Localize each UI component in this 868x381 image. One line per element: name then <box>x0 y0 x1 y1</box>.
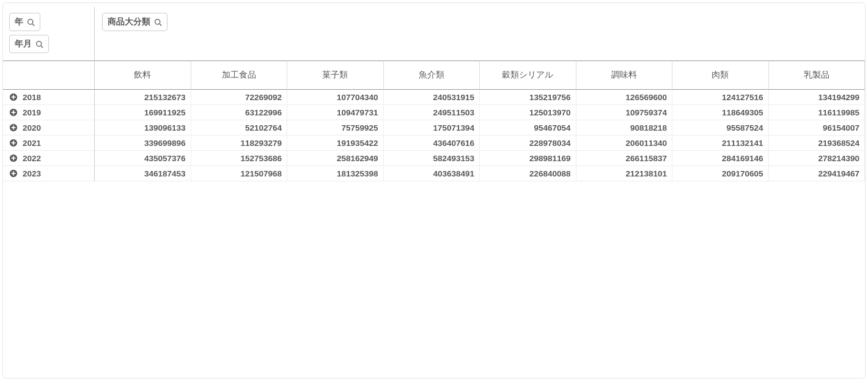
data-cell[interactable]: 435057376 <box>95 151 191 166</box>
data-cell[interactable]: 215132673 <box>95 90 191 105</box>
data-cell[interactable]: 211132141 <box>672 136 769 151</box>
data-cell[interactable]: 135219756 <box>480 90 576 105</box>
data-cell[interactable]: 125013970 <box>480 105 576 120</box>
header-corner <box>3 60 95 90</box>
row-header[interactable]: 2020 <box>3 120 95 136</box>
data-cell[interactable]: 284169146 <box>672 151 769 166</box>
row-dimension-zone: 年 年月 <box>3 7 95 60</box>
data-cell[interactable]: 228978034 <box>480 136 576 151</box>
search-icon <box>27 18 35 26</box>
row-header[interactable]: 2018 <box>3 90 95 105</box>
column-header[interactable]: 魚介類 <box>384 60 480 90</box>
column-header[interactable]: 菓子類 <box>287 60 384 90</box>
column-header[interactable]: 調味料 <box>576 60 673 90</box>
data-cell[interactable]: 118649305 <box>672 105 769 120</box>
expand-icon[interactable] <box>9 139 18 147</box>
data-cell[interactable]: 134194299 <box>769 90 866 105</box>
data-cell[interactable]: 116119985 <box>769 105 866 120</box>
data-cell[interactable]: 181325398 <box>287 166 384 181</box>
svg-point-2 <box>37 41 42 46</box>
data-cell[interactable]: 175071394 <box>384 120 480 136</box>
data-cell[interactable]: 278214390 <box>769 151 866 166</box>
table-row: 2022435057376152753686258162949582493153… <box>3 151 865 166</box>
data-cell[interactable]: 107704340 <box>287 90 384 105</box>
svg-line-1 <box>32 23 34 25</box>
expand-icon[interactable] <box>9 108 18 117</box>
data-cell[interactable]: 191935422 <box>287 136 384 151</box>
data-cell[interactable]: 96154007 <box>769 120 866 136</box>
data-cell[interactable]: 109759374 <box>576 105 673 120</box>
data-cell[interactable]: 109479731 <box>287 105 384 120</box>
data-cell[interactable]: 249511503 <box>384 105 480 120</box>
table-row: 2020139096133521027647575992517507139495… <box>3 120 865 136</box>
svg-line-5 <box>160 23 161 25</box>
column-header[interactable]: 肉類 <box>672 60 769 90</box>
column-header[interactable]: 穀類シリアル <box>480 60 576 90</box>
column-header[interactable]: 加工食品 <box>191 60 288 90</box>
data-cell[interactable]: 169911925 <box>95 105 191 120</box>
table-row: 2023346187453121507968181325398403638491… <box>3 166 865 181</box>
data-cell[interactable]: 219368524 <box>769 136 866 151</box>
data-cell[interactable]: 152753686 <box>191 151 288 166</box>
data-cell[interactable]: 118293279 <box>191 136 288 151</box>
data-cell[interactable]: 212138101 <box>576 166 673 181</box>
svg-rect-11 <box>13 111 14 115</box>
chip-label: 商品大分類 <box>108 16 150 27</box>
data-cell[interactable]: 63122996 <box>191 105 288 120</box>
svg-rect-20 <box>13 156 14 161</box>
data-cell[interactable]: 266115837 <box>576 151 673 166</box>
data-cell[interactable]: 229419467 <box>769 166 866 181</box>
row-dimension-yearmonth[interactable]: 年月 <box>9 35 49 53</box>
data-cell[interactable]: 72269092 <box>191 90 288 105</box>
data-cell[interactable]: 298981169 <box>480 151 576 166</box>
data-cell[interactable]: 226840088 <box>480 166 576 181</box>
data-cell[interactable]: 75759925 <box>287 120 384 136</box>
row-header[interactable]: 2021 <box>3 136 95 151</box>
data-cell[interactable]: 52102764 <box>191 120 288 136</box>
svg-rect-8 <box>13 95 14 100</box>
data-cell[interactable]: 124127516 <box>672 90 769 105</box>
row-label: 2018 <box>23 93 41 102</box>
row-label: 2019 <box>23 108 41 117</box>
data-cell[interactable]: 240531915 <box>384 90 480 105</box>
data-cell[interactable]: 346187453 <box>95 166 191 181</box>
svg-line-3 <box>41 45 43 47</box>
row-label: 2020 <box>23 123 41 132</box>
data-cell[interactable]: 339699896 <box>95 136 191 151</box>
pivot-frame: 年 年月 商品大分類 飲料 加工食品 菓子類 魚介類 穀類シリアル 調味料 肉類… <box>2 2 866 379</box>
column-dimension-category[interactable]: 商品大分類 <box>102 13 167 31</box>
search-icon <box>154 18 162 26</box>
expand-icon[interactable] <box>9 93 18 101</box>
data-cell[interactable]: 582493153 <box>384 151 480 166</box>
data-cell[interactable]: 258162949 <box>287 151 384 166</box>
row-label: 2023 <box>23 169 41 178</box>
data-cell[interactable]: 95587524 <box>672 120 769 136</box>
data-cell[interactable]: 126569600 <box>576 90 673 105</box>
column-header[interactable]: 飲料 <box>95 60 191 90</box>
row-header[interactable]: 2022 <box>3 151 95 166</box>
chip-label: 年 <box>15 16 23 27</box>
row-label: 2021 <box>23 139 41 148</box>
data-cell[interactable]: 95467054 <box>480 120 576 136</box>
svg-point-4 <box>155 19 160 24</box>
column-header[interactable]: 乳製品 <box>769 60 866 90</box>
data-cell[interactable]: 403638491 <box>384 166 480 181</box>
svg-point-0 <box>28 19 33 24</box>
expand-icon[interactable] <box>9 169 18 178</box>
chip-label: 年月 <box>15 38 32 49</box>
expand-icon[interactable] <box>9 123 18 132</box>
row-header[interactable]: 2019 <box>3 105 95 120</box>
row-dimension-year[interactable]: 年 <box>9 13 40 31</box>
column-dimension-zone: 商品大分類 <box>95 7 865 60</box>
data-cell[interactable]: 121507968 <box>191 166 288 181</box>
row-header[interactable]: 2023 <box>3 166 95 181</box>
table-row: 2018215132673722690921077043402405319151… <box>3 90 865 105</box>
data-cell[interactable]: 139096133 <box>95 120 191 136</box>
data-cell[interactable]: 436407616 <box>384 136 480 151</box>
svg-rect-14 <box>13 126 14 130</box>
data-cell[interactable]: 90818218 <box>576 120 673 136</box>
data-cell[interactable]: 206011340 <box>576 136 673 151</box>
expand-icon[interactable] <box>9 154 18 162</box>
column-header-row: 飲料 加工食品 菓子類 魚介類 穀類シリアル 調味料 肉類 乳製品 <box>3 60 865 90</box>
data-cell[interactable]: 209170605 <box>672 166 769 181</box>
